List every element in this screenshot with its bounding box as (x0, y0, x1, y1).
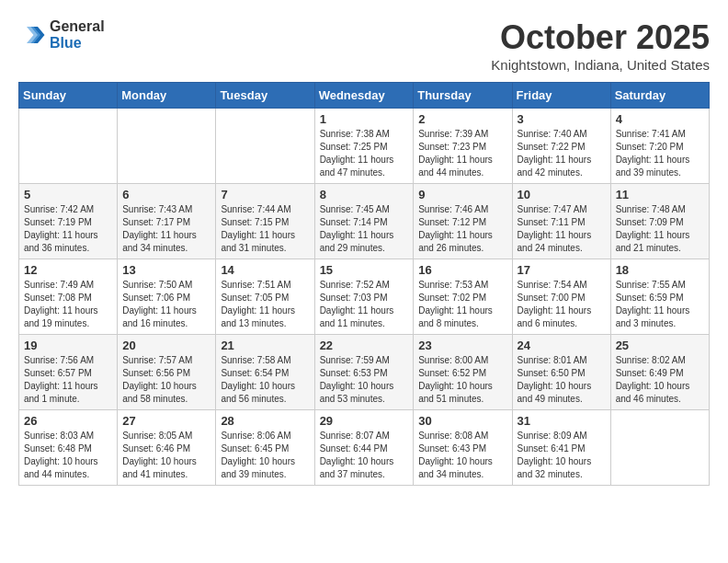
day-info: Sunrise: 7:56 AM Sunset: 6:57 PM Dayligh… (24, 354, 112, 406)
calendar-cell: 31Sunrise: 8:09 AM Sunset: 6:41 PM Dayli… (512, 410, 610, 486)
day-info: Sunrise: 7:44 AM Sunset: 7:15 PM Dayligh… (221, 203, 309, 255)
calendar-cell: 7Sunrise: 7:44 AM Sunset: 7:15 PM Daylig… (216, 184, 314, 259)
day-number: 22 (320, 339, 409, 352)
calendar-cell: 19Sunrise: 7:56 AM Sunset: 6:57 PM Dayli… (19, 335, 118, 410)
day-info: Sunrise: 7:39 AM Sunset: 7:23 PM Dayligh… (418, 128, 506, 179)
calendar-cell: 25Sunrise: 8:02 AM Sunset: 6:49 PM Dayli… (610, 335, 709, 410)
day-info: Sunrise: 8:08 AM Sunset: 6:43 PM Dayligh… (418, 430, 506, 481)
day-info: Sunrise: 7:40 AM Sunset: 7:22 PM Dayligh… (518, 128, 606, 179)
weekday-header-row: SundayMondayTuesdayWednesdayThursdayFrid… (19, 83, 710, 109)
day-number: 1 (320, 112, 409, 126)
calendar-cell: 23Sunrise: 8:00 AM Sunset: 6:52 PM Dayli… (414, 335, 512, 410)
calendar-cell: 18Sunrise: 7:55 AM Sunset: 6:59 PM Dayli… (610, 259, 709, 335)
calendar-cell (19, 109, 118, 184)
day-info: Sunrise: 8:02 AM Sunset: 6:49 PM Dayligh… (616, 354, 704, 406)
day-number: 24 (518, 339, 606, 352)
day-info: Sunrise: 7:41 AM Sunset: 7:20 PM Dayligh… (616, 128, 704, 179)
calendar-cell: 11Sunrise: 7:48 AM Sunset: 7:09 PM Dayli… (610, 184, 709, 259)
calendar-cell: 8Sunrise: 7:45 AM Sunset: 7:14 PM Daylig… (314, 184, 414, 259)
weekday-header-tuesday: Tuesday (216, 83, 314, 109)
calendar-cell: 5Sunrise: 7:42 AM Sunset: 7:19 PM Daylig… (19, 184, 118, 259)
day-number: 30 (418, 414, 506, 428)
day-info: Sunrise: 7:47 AM Sunset: 7:11 PM Dayligh… (518, 203, 606, 255)
week-row-2: 5Sunrise: 7:42 AM Sunset: 7:19 PM Daylig… (19, 184, 710, 259)
calendar-cell: 16Sunrise: 7:53 AM Sunset: 7:02 PM Dayli… (414, 259, 512, 335)
calendar-cell: 10Sunrise: 7:47 AM Sunset: 7:11 PM Dayli… (512, 184, 610, 259)
day-number: 23 (418, 339, 506, 352)
page-header: General Blue October 2025 Knightstown, I… (18, 18, 710, 73)
day-number: 28 (221, 414, 309, 428)
weekday-header-monday: Monday (118, 83, 216, 109)
week-row-4: 19Sunrise: 7:56 AM Sunset: 6:57 PM Dayli… (19, 335, 710, 410)
weekday-header-wednesday: Wednesday (314, 83, 414, 109)
day-info: Sunrise: 8:05 AM Sunset: 6:46 PM Dayligh… (122, 430, 210, 481)
day-number: 18 (616, 263, 704, 277)
location: Knightstown, Indiana, United States (491, 57, 710, 73)
day-info: Sunrise: 7:43 AM Sunset: 7:17 PM Dayligh… (122, 203, 210, 255)
day-info: Sunrise: 8:09 AM Sunset: 6:41 PM Dayligh… (518, 430, 606, 481)
calendar-cell: 20Sunrise: 7:57 AM Sunset: 6:56 PM Dayli… (118, 335, 216, 410)
day-info: Sunrise: 8:01 AM Sunset: 6:50 PM Dayligh… (518, 354, 606, 406)
calendar-cell (118, 109, 216, 184)
day-number: 16 (418, 263, 506, 277)
calendar-cell: 21Sunrise: 7:58 AM Sunset: 6:54 PM Dayli… (216, 335, 314, 410)
day-info: Sunrise: 7:50 AM Sunset: 7:06 PM Dayligh… (122, 279, 210, 330)
day-info: Sunrise: 8:03 AM Sunset: 6:48 PM Dayligh… (24, 430, 112, 481)
day-number: 4 (616, 112, 704, 126)
week-row-5: 26Sunrise: 8:03 AM Sunset: 6:48 PM Dayli… (19, 410, 710, 486)
day-info: Sunrise: 8:06 AM Sunset: 6:45 PM Dayligh… (221, 430, 309, 481)
day-number: 27 (122, 414, 210, 428)
calendar: SundayMondayTuesdayWednesdayThursdayFrid… (18, 82, 710, 486)
day-number: 11 (616, 188, 704, 201)
day-info: Sunrise: 7:38 AM Sunset: 7:25 PM Dayligh… (320, 128, 409, 179)
day-number: 15 (320, 263, 409, 277)
logo-text: General Blue (50, 18, 105, 51)
day-number: 13 (122, 263, 210, 277)
calendar-cell (610, 410, 709, 486)
calendar-cell: 14Sunrise: 7:51 AM Sunset: 7:05 PM Dayli… (216, 259, 314, 335)
calendar-cell: 13Sunrise: 7:50 AM Sunset: 7:06 PM Dayli… (118, 259, 216, 335)
day-info: Sunrise: 7:53 AM Sunset: 7:02 PM Dayligh… (418, 279, 506, 330)
logo-blue: Blue (50, 35, 105, 52)
calendar-cell: 24Sunrise: 8:01 AM Sunset: 6:50 PM Dayli… (512, 335, 610, 410)
day-info: Sunrise: 7:52 AM Sunset: 7:03 PM Dayligh… (320, 279, 409, 330)
logo-icon (18, 21, 46, 49)
calendar-cell: 6Sunrise: 7:43 AM Sunset: 7:17 PM Daylig… (118, 184, 216, 259)
title-block: October 2025 Knightstown, Indiana, Unite… (491, 18, 710, 73)
calendar-cell: 27Sunrise: 8:05 AM Sunset: 6:46 PM Dayli… (118, 410, 216, 486)
month-title: October 2025 (491, 18, 710, 57)
day-number: 9 (418, 188, 506, 201)
calendar-cell: 1Sunrise: 7:38 AM Sunset: 7:25 PM Daylig… (314, 109, 414, 184)
day-info: Sunrise: 8:00 AM Sunset: 6:52 PM Dayligh… (418, 354, 506, 406)
day-number: 29 (320, 414, 409, 428)
week-row-1: 1Sunrise: 7:38 AM Sunset: 7:25 PM Daylig… (19, 109, 710, 184)
day-number: 5 (24, 188, 112, 201)
day-info: Sunrise: 7:48 AM Sunset: 7:09 PM Dayligh… (616, 203, 704, 255)
day-info: Sunrise: 7:54 AM Sunset: 7:00 PM Dayligh… (518, 279, 606, 330)
calendar-cell: 29Sunrise: 8:07 AM Sunset: 6:44 PM Dayli… (314, 410, 414, 486)
day-info: Sunrise: 7:45 AM Sunset: 7:14 PM Dayligh… (320, 203, 409, 255)
day-info: Sunrise: 7:59 AM Sunset: 6:53 PM Dayligh… (320, 354, 409, 406)
weekday-header-sunday: Sunday (19, 83, 118, 109)
calendar-cell: 17Sunrise: 7:54 AM Sunset: 7:00 PM Dayli… (512, 259, 610, 335)
day-number: 20 (122, 339, 210, 352)
calendar-cell: 2Sunrise: 7:39 AM Sunset: 7:23 PM Daylig… (414, 109, 512, 184)
calendar-cell: 30Sunrise: 8:08 AM Sunset: 6:43 PM Dayli… (414, 410, 512, 486)
day-number: 25 (616, 339, 704, 352)
day-info: Sunrise: 7:51 AM Sunset: 7:05 PM Dayligh… (221, 279, 309, 330)
day-number: 10 (518, 188, 606, 201)
day-number: 7 (221, 188, 309, 201)
weekday-header-thursday: Thursday (414, 83, 512, 109)
day-number: 2 (418, 112, 506, 126)
day-number: 14 (221, 263, 309, 277)
day-info: Sunrise: 7:42 AM Sunset: 7:19 PM Dayligh… (24, 203, 112, 255)
calendar-cell: 26Sunrise: 8:03 AM Sunset: 6:48 PM Dayli… (19, 410, 118, 486)
calendar-cell: 3Sunrise: 7:40 AM Sunset: 7:22 PM Daylig… (512, 109, 610, 184)
day-number: 12 (24, 263, 112, 277)
day-number: 6 (122, 188, 210, 201)
calendar-cell: 22Sunrise: 7:59 AM Sunset: 6:53 PM Dayli… (314, 335, 414, 410)
day-number: 17 (518, 263, 606, 277)
calendar-cell: 4Sunrise: 7:41 AM Sunset: 7:20 PM Daylig… (610, 109, 709, 184)
day-info: Sunrise: 7:55 AM Sunset: 6:59 PM Dayligh… (616, 279, 704, 330)
day-number: 3 (518, 112, 606, 126)
